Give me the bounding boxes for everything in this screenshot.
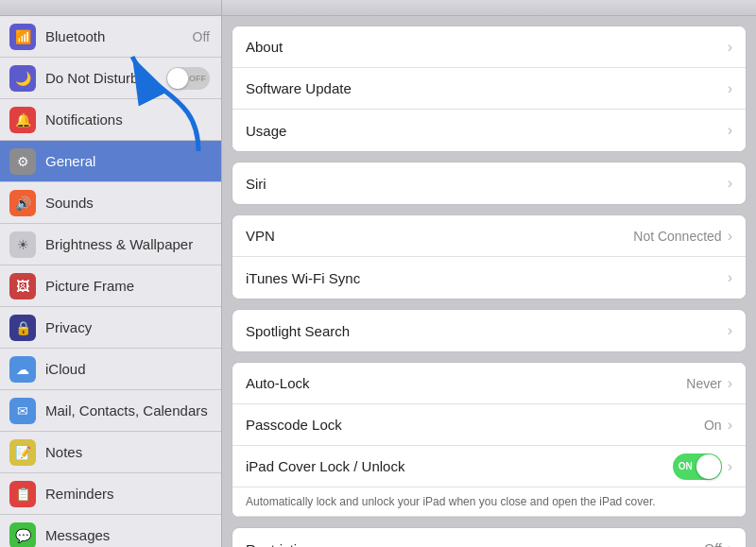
sidebar-item-reminders[interactable]: 📋Reminders	[0, 473, 221, 515]
mail-icon: ✉	[9, 398, 36, 424]
settings-row-usage[interactable]: Usage›	[232, 110, 746, 151]
main-header	[222, 0, 756, 16]
row-value-autolock: Never	[686, 376, 721, 391]
settings-row-ipadcoverlock[interactable]: iPad Cover Lock / UnlockON›	[232, 446, 746, 487]
sidebar-item-sounds[interactable]: 🔊Sounds	[0, 182, 221, 224]
row-label-restrictions: Restrictions	[246, 541, 704, 548]
ipadcoverlock-chevron: ›	[728, 458, 732, 475]
vpn-chevron: ›	[728, 228, 732, 245]
sidebar-item-mail[interactable]: ✉Mail, Contacts, Calendars	[0, 390, 221, 432]
settings-group-group3: VPNNot Connected›iTunes Wi-Fi Sync›	[232, 214, 747, 299]
sidebar-item-notes[interactable]: 📝Notes	[0, 432, 221, 473]
settings-row-spotlightsearch[interactable]: Spotlight Search›	[232, 310, 746, 351]
settings-row-about[interactable]: About›	[232, 26, 746, 68]
row-label-softwareupdate: Software Update	[246, 80, 728, 96]
spotlightsearch-chevron: ›	[728, 322, 732, 339]
row-label-ituneswifisync: iTunes Wi-Fi Sync	[246, 270, 728, 286]
about-chevron: ›	[728, 39, 732, 56]
row-label-vpn: VPN	[246, 228, 633, 244]
brightness-icon: ☀	[9, 231, 36, 258]
settings-group-group1: About›Software Update›Usage›	[232, 26, 747, 152]
sidebar-label-notifications: Notifications	[45, 111, 214, 128]
row-label-passcodelock: Passcode Lock	[246, 417, 704, 433]
row-label-ipadcoverlock: iPad Cover Lock / Unlock	[246, 458, 673, 474]
sidebar-label-mail: Mail, Contacts, Calendars	[45, 402, 214, 419]
row-label-about: About	[246, 39, 728, 55]
pictureframe-icon: 🖼	[9, 273, 36, 299]
donotdisturb-toggle[interactable]: OFF	[166, 67, 210, 90]
sidebar-label-brightness: Brightness & Wallpaper	[45, 236, 214, 252]
sidebar-item-privacy[interactable]: 🔒Privacy	[0, 307, 221, 349]
group-group5-note: Automatically lock and unlock your iPad …	[232, 487, 746, 517]
settings-row-passcodelock[interactable]: Passcode LockOn›	[232, 404, 746, 446]
privacy-icon: 🔒	[9, 315, 36, 341]
sidebar-item-bluetooth[interactable]: 📶BluetoothOff	[0, 16, 221, 58]
donotdisturb-icon: 🌙	[9, 65, 36, 92]
sidebar-item-pictureframe[interactable]: 🖼Picture Frame	[0, 265, 221, 307]
sidebar-label-sounds: Sounds	[45, 195, 214, 211]
icloud-icon: ☁	[9, 356, 36, 383]
usage-chevron: ›	[728, 122, 732, 139]
sidebar-label-messages: Messages	[45, 527, 214, 543]
general-icon: ⚙	[9, 148, 36, 175]
ipadcoverlock-toggle[interactable]: ON	[673, 453, 722, 480]
sidebar-label-donotdisturb: Do Not Disturb	[45, 70, 166, 86]
row-value-vpn: Not Connected	[633, 229, 721, 244]
softwareupdate-chevron: ›	[728, 80, 732, 97]
row-value-passcodelock: On	[704, 418, 722, 433]
settings-group-group2: Siri›	[232, 162, 747, 205]
passcodelock-chevron: ›	[728, 417, 732, 434]
autolock-chevron: ›	[728, 375, 732, 392]
settings-row-siri[interactable]: Siri›	[232, 162, 746, 204]
sidebar-label-bluetooth: Bluetooth	[45, 28, 193, 44]
sidebar-label-pictureframe: Picture Frame	[45, 278, 214, 294]
settings-row-ituneswifisync[interactable]: iTunes Wi-Fi Sync›	[232, 257, 746, 299]
sidebar-label-notes: Notes	[45, 444, 214, 460]
sidebar-label-privacy: Privacy	[45, 319, 214, 335]
sidebar-item-brightness[interactable]: ☀Brightness & Wallpaper	[0, 224, 221, 265]
reminders-icon: 📋	[9, 481, 36, 507]
row-value-restrictions: Off	[704, 541, 721, 547]
sounds-icon: 🔊	[9, 190, 36, 216]
settings-group-group4: Spotlight Search›	[232, 309, 747, 352]
sidebar-header	[0, 0, 221, 16]
sidebar-item-messages[interactable]: 💬Messages	[0, 515, 221, 547]
settings-group-group6: RestrictionsOff›	[232, 527, 747, 547]
settings-row-autolock[interactable]: Auto-LockNever›	[232, 363, 746, 404]
siri-chevron: ›	[728, 175, 732, 192]
row-label-autolock: Auto-Lock	[246, 375, 686, 391]
notifications-icon: 🔔	[9, 107, 36, 133]
messages-icon: 💬	[9, 522, 36, 548]
row-label-siri: Siri	[246, 176, 728, 192]
sidebar-label-general: General	[45, 153, 214, 169]
sidebar-item-donotdisturb[interactable]: 🌙Do Not DisturbOFF	[0, 58, 221, 99]
settings-row-vpn[interactable]: VPNNot Connected›	[232, 215, 746, 257]
sidebar-value-bluetooth: Off	[193, 29, 210, 44]
sidebar-item-general[interactable]: ⚙General	[0, 141, 221, 182]
ituneswifisync-chevron: ›	[728, 269, 732, 286]
settings-row-softwareupdate[interactable]: Software Update›	[232, 68, 746, 110]
row-label-spotlightsearch: Spotlight Search	[246, 323, 728, 339]
settings-row-restrictions[interactable]: RestrictionsOff›	[232, 528, 746, 547]
sidebar-item-notifications[interactable]: 🔔Notifications	[0, 99, 221, 141]
restrictions-chevron: ›	[728, 540, 732, 547]
settings-group-group5: Auto-LockNever›Passcode LockOn›iPad Cove…	[232, 362, 747, 518]
sidebar-label-reminders: Reminders	[45, 486, 214, 502]
sidebar-item-icloud[interactable]: ☁iCloud	[0, 349, 221, 390]
notes-icon: 📝	[9, 439, 36, 466]
row-label-usage: Usage	[246, 123, 728, 139]
bluetooth-icon: 📶	[9, 24, 36, 50]
sidebar-label-icloud: iCloud	[45, 361, 214, 377]
